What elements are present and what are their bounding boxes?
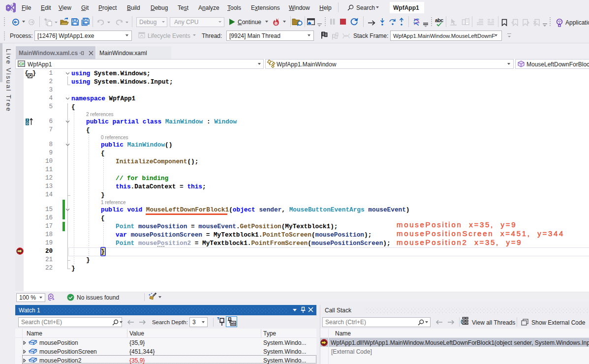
svg-text:ab: ab: [231, 321, 236, 326]
svg-text:C#: C#: [19, 61, 24, 66]
